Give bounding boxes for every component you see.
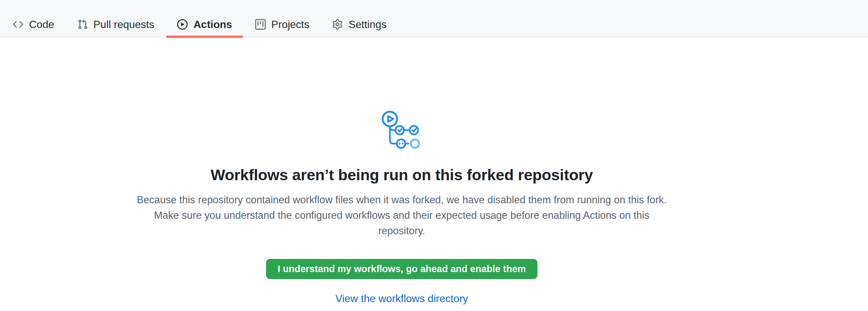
git-pull-request-icon <box>78 19 88 30</box>
gear-icon <box>332 19 343 30</box>
tab-settings[interactable]: Settings <box>321 16 398 33</box>
blankslate-title: Workflows aren’t being run on this forke… <box>210 166 593 184</box>
actions-disabled-blankslate: Workflows aren’t being run on this forke… <box>0 37 803 305</box>
tab-settings-label: Settings <box>348 19 386 31</box>
play-icon <box>177 19 188 30</box>
tab-code[interactable]: Code <box>2 16 65 33</box>
repo-tab-nav: Code Pull requests Actions Projects Sett… <box>0 0 868 37</box>
tab-projects[interactable]: Projects <box>244 16 320 33</box>
tab-pull-requests-label: Pull requests <box>94 19 154 31</box>
enable-workflows-button[interactable]: I understand my workflows, go ahead and … <box>266 259 537 279</box>
tab-projects-label: Projects <box>271 19 310 31</box>
view-workflows-directory-link[interactable]: View the workflows directory <box>335 292 468 305</box>
blankslate-description: Because this repository contained workfl… <box>130 192 673 239</box>
tab-code-label: Code <box>29 19 54 31</box>
workflow-graph-icon <box>381 111 422 150</box>
tab-pull-requests[interactable]: Pull requests <box>66 16 165 33</box>
tab-actions[interactable]: Actions <box>166 16 243 33</box>
tab-actions-label: Actions <box>193 19 232 31</box>
code-icon <box>13 19 23 30</box>
project-icon <box>255 19 266 30</box>
